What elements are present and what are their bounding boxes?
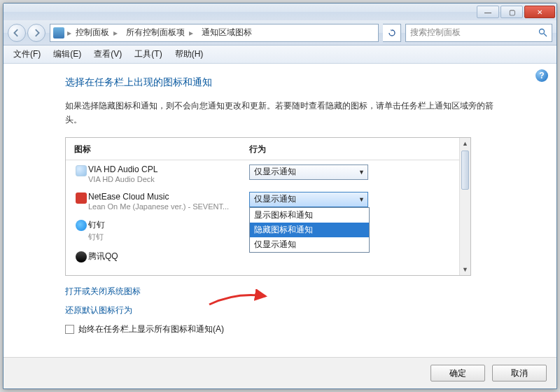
control-panel-icon — [53, 27, 64, 38]
titlebar: — ▢ ✕ — [4, 4, 556, 20]
breadcrumb-item[interactable]: 所有控制面板项▸ — [122, 24, 197, 41]
item-subtitle: 钉钉 — [88, 232, 242, 242]
via-audio-icon — [76, 165, 87, 176]
scrollbar[interactable]: ▲ ▼ — [459, 138, 470, 275]
dialog-footer: 确定 取消 — [4, 357, 556, 388]
netease-icon — [76, 192, 87, 204]
chevron-down-icon: ▼ — [358, 196, 365, 203]
item-name: 腾讯QQ — [88, 251, 242, 262]
scroll-down-icon[interactable]: ▼ — [460, 264, 470, 275]
menu-help[interactable]: 帮助(H) — [169, 46, 209, 62]
always-show-checkbox[interactable] — [65, 325, 74, 334]
search-icon — [538, 28, 547, 37]
item-subtitle: VIA HD Audio Deck — [88, 175, 242, 183]
always-show-checkbox-row: 始终在任务栏上显示所有图标和通知(A) — [65, 323, 544, 335]
arrow-right-icon — [32, 29, 41, 37]
scroll-track[interactable] — [460, 149, 470, 264]
dropdown-option[interactable]: 隐藏图标和通知 — [250, 223, 369, 237]
links-section: 打开或关闭系统图标 还原默认图标行为 — [65, 286, 544, 316]
item-subtitle: Lean On Me (Japanese ver.) - SEVENT... — [88, 202, 242, 211]
minimize-button[interactable]: — — [477, 6, 499, 18]
list-header: 图标 行为 — [66, 138, 470, 160]
list-body: VIA HD Audio CPL VIA HD Audio Deck 仅显示通知… — [66, 160, 470, 272]
menu-file[interactable]: 文件(F) — [8, 46, 46, 62]
dropdown-option[interactable]: 仅显示通知 — [250, 237, 369, 252]
behavior-select[interactable]: 仅显示通知 ▼ — [249, 164, 368, 180]
svg-point-0 — [540, 29, 545, 34]
scroll-up-icon[interactable]: ▲ — [460, 138, 470, 149]
item-name: NetEase Cloud Music — [88, 192, 242, 202]
list-item: VIA HD Audio CPL VIA HD Audio Deck 仅显示通知… — [66, 160, 470, 188]
back-button[interactable] — [8, 24, 26, 42]
help-icon[interactable]: ? — [536, 69, 548, 82]
window: — ▢ ✕ ▸ 控制面板▸ 所有控制面板项▸ 通知区域图标 搜索控制面板 — [3, 3, 557, 389]
item-name: 钉钉 — [88, 219, 242, 231]
scroll-thumb[interactable] — [461, 150, 469, 190]
menu-bar: 文件(F) 编辑(E) 查看(V) 工具(T) 帮助(H) — [4, 46, 556, 64]
ok-button[interactable]: 确定 — [430, 365, 485, 382]
item-name: VIA HD Audio CPL — [88, 164, 242, 174]
icon-list: 图标 行为 VIA HD Audio CPL VIA HD Audio Deck… — [65, 137, 471, 276]
link-toggle-system-icons[interactable]: 打开或关闭系统图标 — [65, 286, 544, 298]
cancel-button[interactable]: 取消 — [492, 365, 547, 382]
dropdown-option[interactable]: 显示图标和通知 — [250, 208, 369, 223]
refresh-button[interactable] — [383, 24, 401, 42]
forward-button[interactable] — [27, 24, 46, 42]
content-area: ? 选择在任务栏上出现的图标和通知 如果选择隐藏图标和通知，则不会向您通知更改和… — [4, 64, 556, 357]
menu-tools[interactable]: 工具(T) — [129, 46, 167, 62]
breadcrumb-item[interactable]: 通知区域图标 — [197, 24, 256, 41]
checkbox-label: 始终在任务栏上显示所有图标和通知(A) — [78, 323, 224, 335]
header-icon-col: 图标 — [74, 144, 249, 155]
arrow-left-icon — [13, 29, 21, 37]
menu-edit[interactable]: 编辑(E) — [48, 46, 87, 62]
breadcrumb[interactable]: ▸ 控制面板▸ 所有控制面板项▸ 通知区域图标 — [50, 24, 379, 42]
refresh-icon — [388, 29, 396, 37]
behavior-select[interactable]: 仅显示通知 ▼ 显示图标和通知 隐藏图标和通知 仅显示通知 — [249, 192, 368, 207]
address-bar: ▸ 控制面板▸ 所有控制面板项▸ 通知区域图标 搜索控制面板 — [4, 20, 556, 46]
search-placeholder: 搜索控制面板 — [410, 27, 461, 38]
header-action-col: 行为 — [249, 144, 266, 155]
behavior-dropdown: 显示图标和通知 隐藏图标和通知 仅显示通知 — [249, 207, 370, 253]
close-button[interactable]: ✕ — [524, 6, 555, 18]
breadcrumb-item[interactable]: 控制面板▸ — [71, 24, 122, 41]
list-item: NetEase Cloud Music Lean On Me (Japanese… — [66, 188, 470, 215]
maximize-button[interactable]: ▢ — [500, 6, 523, 18]
menu-view[interactable]: 查看(V) — [88, 46, 127, 62]
page-description: 如果选择隐藏图标和通知，则不会向您通知更改和更新。若要随时查看隐藏的图标，请单击… — [65, 99, 499, 127]
search-input[interactable]: 搜索控制面板 — [405, 24, 552, 42]
svg-line-1 — [544, 34, 547, 36]
chevron-down-icon: ▼ — [358, 169, 365, 176]
qq-icon — [76, 251, 87, 262]
dingtalk-icon — [76, 220, 87, 231]
page-title: 选择在任务栏上出现的图标和通知 — [65, 76, 544, 89]
link-restore-defaults[interactable]: 还原默认图标行为 — [65, 304, 544, 316]
